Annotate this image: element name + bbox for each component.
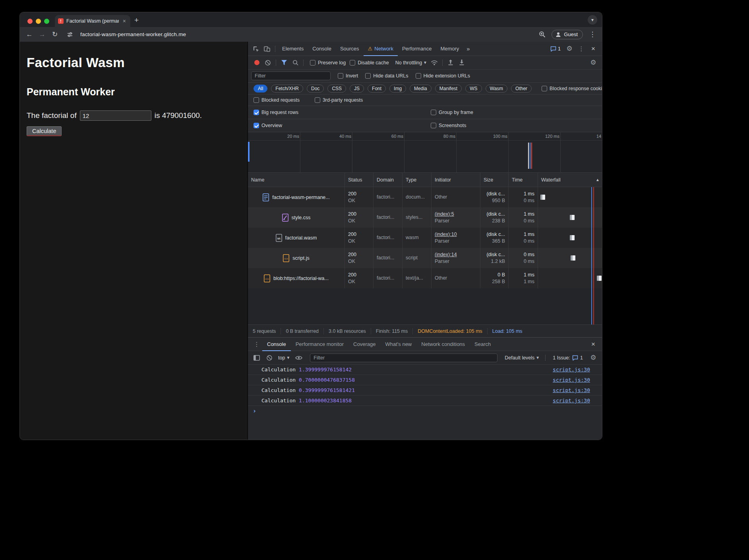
- source-link[interactable]: script.js:30: [553, 367, 590, 373]
- filter-chip-manifest[interactable]: Manifest: [435, 85, 462, 93]
- filter-chip-ws[interactable]: WS: [465, 85, 482, 93]
- table-row[interactable]: <> script.js 200OK factori... script (in…: [248, 248, 602, 268]
- filter-chip-css[interactable]: CSS: [327, 85, 346, 93]
- devtools-tab-elements[interactable]: Elements: [278, 42, 308, 56]
- initiator-link[interactable]: (index):5: [435, 211, 454, 217]
- network-settings-icon[interactable]: ⚙: [588, 58, 599, 68]
- filter-chip-fetch-xhr[interactable]: Fetch/XHR: [271, 85, 303, 93]
- network-overview-timeline[interactable]: 20 ms 40 ms 60 ms 80 ms 100 ms 120 ms 14: [248, 132, 602, 173]
- calculate-button[interactable]: Calculate: [27, 126, 62, 136]
- import-har-icon[interactable]: [445, 58, 456, 68]
- clear-network-log-icon[interactable]: [262, 58, 273, 68]
- third-party-requests-checkbox[interactable]: 3rd-party requests: [315, 97, 363, 103]
- hide-data-urls-checkbox[interactable]: Hide data URLs: [365, 73, 408, 79]
- drawer-menu-icon[interactable]: ⋮: [251, 339, 262, 350]
- filter-chip-js[interactable]: JS: [350, 85, 364, 93]
- filter-chip-wasm[interactable]: Wasm: [486, 85, 508, 93]
- source-link[interactable]: script.js:30: [553, 387, 590, 393]
- big-request-rows-checkbox[interactable]: Big request rows: [254, 110, 298, 115]
- log-levels-dropdown[interactable]: Default levels ▼: [503, 355, 541, 361]
- tab-close-icon[interactable]: ×: [122, 17, 127, 25]
- group-by-frame-checkbox[interactable]: Group by frame: [431, 110, 473, 115]
- console-messages-indicator[interactable]: 1: [548, 46, 563, 52]
- filter-chip-all[interactable]: All: [254, 85, 267, 93]
- column-header-name[interactable]: Name: [248, 173, 345, 187]
- console-filter-input[interactable]: [310, 353, 497, 362]
- hide-extension-urls-checkbox[interactable]: Hide extension URLs: [416, 73, 470, 79]
- blocked-response-cookies-checkbox[interactable]: Blocked response cookies: [542, 86, 602, 91]
- column-header-domain[interactable]: Domain: [374, 173, 403, 187]
- initiator-link[interactable]: (index):14: [435, 252, 457, 257]
- inspect-element-icon[interactable]: [250, 44, 261, 54]
- network-conditions-icon[interactable]: [429, 58, 440, 68]
- invert-checkbox[interactable]: Invert: [338, 73, 358, 79]
- source-link[interactable]: script.js:30: [553, 398, 590, 404]
- disable-cache-checkbox[interactable]: Disable cache: [350, 60, 389, 66]
- devtools-tab-sources[interactable]: Sources: [336, 42, 364, 56]
- drawer-tab-performance-monitor[interactable]: Performance monitor: [291, 338, 348, 351]
- filter-chip-img[interactable]: Img: [389, 85, 406, 93]
- table-row[interactable]: <> blob:https://factorial-wa... 200OK fa…: [248, 268, 602, 288]
- drawer-close-icon[interactable]: ×: [588, 339, 599, 350]
- drawer-tab-coverage[interactable]: Coverage: [348, 338, 380, 351]
- column-header-time[interactable]: Time: [509, 173, 538, 187]
- overview-checkbox[interactable]: Overview: [254, 123, 282, 128]
- device-toolbar-icon[interactable]: [261, 44, 273, 54]
- column-header-waterfall[interactable]: Waterfall ▲: [538, 173, 602, 187]
- fullscreen-window-button[interactable]: [44, 19, 49, 24]
- blocked-requests-checkbox[interactable]: Blocked requests: [254, 97, 300, 103]
- eye-icon[interactable]: [293, 353, 304, 363]
- more-tabs-icon[interactable]: »: [463, 45, 473, 52]
- search-network-icon[interactable]: [290, 58, 301, 68]
- filter-chip-media[interactable]: Media: [410, 85, 432, 93]
- drawer-tab-network-conditions[interactable]: Network conditions: [416, 338, 470, 351]
- clear-console-icon[interactable]: [264, 353, 275, 363]
- devtools-tab-console[interactable]: Console: [308, 42, 336, 56]
- export-har-icon[interactable]: [456, 58, 467, 68]
- preserve-log-checkbox[interactable]: Preserve log: [310, 60, 346, 66]
- record-network-log-button[interactable]: [251, 58, 262, 68]
- devtools-menu-icon[interactable]: ⋮: [576, 44, 587, 54]
- execution-context-dropdown[interactable]: top ▼: [277, 355, 292, 361]
- filter-chip-font[interactable]: Font: [368, 85, 386, 93]
- devtools-settings-icon[interactable]: ⚙: [564, 44, 575, 54]
- table-row[interactable]: factorial-wasm-permane... 200OK factori.…: [248, 187, 602, 207]
- initiator-link[interactable]: (index):10: [435, 232, 457, 237]
- column-header-type[interactable]: Type: [403, 173, 432, 187]
- drawer-tab-whats-new[interactable]: What's new: [380, 338, 416, 351]
- close-window-button[interactable]: [27, 19, 33, 24]
- factorial-input[interactable]: [80, 110, 151, 121]
- devtools-tab-memory[interactable]: Memory: [436, 42, 463, 56]
- profile-button[interactable]: Guest: [552, 30, 583, 39]
- site-info-icon[interactable]: [64, 29, 75, 40]
- filter-toggle-icon[interactable]: [279, 58, 290, 68]
- new-tab-button[interactable]: +: [130, 16, 143, 27]
- screenshots-checkbox[interactable]: Screenshots: [431, 123, 466, 128]
- issues-counter[interactable]: 1 Issue: 1: [550, 355, 586, 361]
- drawer-tab-search[interactable]: Search: [470, 338, 495, 351]
- table-row[interactable]: style.css 200OK factori... styles... (in…: [248, 207, 602, 228]
- browser-menu-icon[interactable]: ⋮: [587, 29, 598, 40]
- tab-search-button[interactable]: ▾: [588, 15, 597, 25]
- reload-button[interactable]: ↻: [49, 29, 60, 40]
- back-button[interactable]: ←: [24, 29, 35, 40]
- forward-button[interactable]: →: [37, 29, 48, 40]
- address-bar[interactable]: factorial-wasm-permanent-worker.glitch.m…: [80, 31, 535, 37]
- console-settings-icon[interactable]: ⚙: [588, 353, 599, 363]
- column-header-initiator[interactable]: Initiator: [432, 173, 480, 187]
- network-filter-input[interactable]: [251, 71, 331, 80]
- throttling-dropdown[interactable]: No throttling ▼: [394, 60, 429, 66]
- source-link[interactable]: script.js:30: [553, 377, 590, 383]
- console-sidebar-icon[interactable]: [251, 353, 262, 363]
- filter-chip-other[interactable]: Other: [511, 85, 532, 93]
- browser-tab[interactable]: ! Factorial Wasm (permanent W ×: [55, 15, 130, 27]
- devtools-tab-network[interactable]: ⚠ Network: [364, 42, 398, 56]
- minimize-window-button[interactable]: [36, 19, 41, 24]
- timeline-selection-handle[interactable]: [248, 142, 250, 162]
- zoom-indicator-icon[interactable]: [536, 29, 548, 40]
- table-row[interactable]: WA factorial.wasm 200OK factori... wasm …: [248, 228, 602, 248]
- devtools-tab-performance[interactable]: Performance: [398, 42, 436, 56]
- column-header-size[interactable]: Size: [480, 173, 509, 187]
- filter-chip-doc[interactable]: Doc: [307, 85, 324, 93]
- column-header-status[interactable]: Status: [345, 173, 374, 187]
